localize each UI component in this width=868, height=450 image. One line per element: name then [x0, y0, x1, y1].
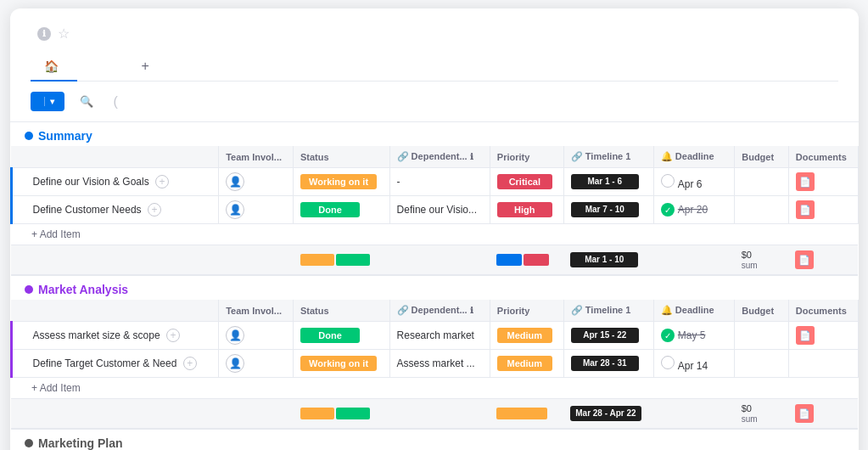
col-deadline[interactable]: 🔔 Deadline [653, 300, 734, 322]
timeline-cell[interactable]: Apr 15 - 22 [563, 322, 653, 350]
info-icon[interactable]: ℹ [37, 27, 51, 41]
dependency-cell[interactable]: Research market [389, 322, 490, 350]
documents-cell[interactable]: 📄 [788, 196, 858, 224]
table-row[interactable]: Define our Vision & Goals + 👤 Working on… [11, 168, 858, 196]
timeline-cell[interactable]: Mar 28 - 31 [563, 350, 653, 378]
add-item-cell[interactable]: + Add Item [11, 378, 858, 399]
person-icon: 👤 [226, 172, 244, 191]
sum-status-cell [294, 245, 390, 276]
deadline-cell[interactable]: Apr 6 [653, 168, 734, 196]
dependency-cell[interactable]: Assess market ... [389, 350, 490, 378]
add-item-row[interactable]: + Add Item [11, 378, 858, 399]
bar-segment [336, 408, 370, 419]
sum-team-cell [219, 399, 294, 430]
star-icon[interactable]: ☆ [58, 25, 70, 42]
dependency-cell[interactable]: - [389, 168, 490, 196]
deadline-cell[interactable]: Apr 14 [653, 350, 734, 378]
documents-cell[interactable] [788, 350, 858, 378]
status-cell[interactable]: Working on it [294, 168, 390, 196]
table-row[interactable]: Assess market size & scope + 👤 Done Rese… [11, 322, 858, 350]
col-documents[interactable]: Documents [788, 146, 858, 168]
dep-info-icon[interactable]: ℹ [470, 306, 473, 315]
status-cell[interactable]: Done [294, 196, 390, 224]
team-cell[interactable]: 👤 [219, 322, 294, 350]
doc-icon[interactable]: 📄 [795, 250, 814, 269]
add-row-icon[interactable]: + [155, 175, 169, 188]
row-name-cell: Define our Vision & Goals + [11, 168, 219, 196]
col-budget[interactable]: Budget [735, 146, 789, 168]
doc-icon[interactable]: 📄 [796, 200, 815, 219]
doc-icon[interactable]: 📄 [796, 172, 815, 191]
col-team[interactable]: Team Invol... [219, 300, 294, 322]
row-name-cell: Assess market size & scope + [11, 322, 219, 350]
team-cell[interactable]: 👤 [219, 350, 294, 378]
row-label: Assess market size & scope [33, 329, 160, 341]
col-priority[interactable]: Priority [490, 146, 563, 168]
col-team[interactable]: Team Invol... [219, 146, 294, 168]
team-cell[interactable]: 👤 [219, 196, 294, 224]
priority-badge: Medium [497, 356, 552, 371]
add-item-label[interactable]: + Add Item [31, 382, 81, 394]
tab-gantt[interactable] [77, 59, 104, 75]
group-label[interactable]: Marketing Plan [38, 436, 123, 450]
col-timeline[interactable]: 🔗 Timeline 1 [563, 300, 653, 322]
col-budget[interactable]: Budget [735, 300, 789, 322]
sum-priority-cell [490, 245, 563, 276]
bar-segment [496, 408, 547, 419]
dependency-text: Research market [397, 329, 474, 341]
search-icon: 🔍 [80, 95, 93, 108]
add-row-icon[interactable]: + [183, 357, 197, 370]
doc-icon[interactable]: 📄 [795, 404, 814, 423]
group-label[interactable]: Market Analysis [38, 283, 128, 296]
add-row-icon[interactable]: + [166, 329, 180, 342]
sum-status-cell [294, 399, 390, 430]
priority-cell[interactable]: High [490, 196, 563, 224]
table-row[interactable]: Define Customer Needs + 👤 Done Define ou… [11, 196, 858, 224]
check-icon: ✓ [661, 203, 675, 217]
toolbar: ▾ 🔍 ( [10, 82, 859, 122]
row-label: Define Customer Needs [33, 204, 142, 216]
new-item-button[interactable]: ▾ [31, 92, 64, 111]
priority-cell[interactable]: Critical [490, 168, 563, 196]
doc-icon[interactable]: 📄 [796, 326, 815, 345]
tab-main-table[interactable]: 🏠 [31, 53, 77, 82]
budget-cell [735, 350, 789, 378]
col-documents[interactable]: Documents [788, 300, 858, 322]
col-deadline[interactable]: 🔔 Deadline [653, 146, 734, 168]
add-item-cell[interactable]: + Add Item [11, 224, 858, 245]
table-row[interactable]: Define Target Customer & Need + 👤 Workin… [11, 350, 858, 378]
documents-cell[interactable]: 📄 [788, 322, 858, 350]
group-indicator [25, 439, 33, 447]
team-cell[interactable]: 👤 [219, 168, 294, 196]
priority-cell[interactable]: Medium [490, 350, 563, 378]
tab-files[interactable] [104, 59, 132, 75]
deadline-cell[interactable]: ✓May 5 [653, 322, 734, 350]
col-status[interactable]: Status [294, 146, 390, 168]
col-priority[interactable]: Priority [490, 300, 563, 322]
documents-cell[interactable]: 📄 [788, 168, 858, 196]
add-row-icon[interactable]: + [148, 203, 161, 217]
priority-cell[interactable]: Medium [490, 322, 563, 350]
add-item-label[interactable]: + Add Item [31, 228, 81, 240]
col-dependency[interactable]: 🔗 Dependent... ℹ [389, 300, 490, 322]
sum-label: sum [742, 261, 758, 270]
status-cell[interactable]: Working on it [294, 350, 390, 378]
status-badge: Working on it [300, 356, 377, 371]
group-indicator [25, 285, 33, 294]
add-tab-button[interactable]: + [132, 52, 160, 81]
col-timeline[interactable]: 🔗 Timeline 1 [563, 146, 653, 168]
group-label[interactable]: Summary [38, 129, 92, 143]
bar-segment [300, 408, 334, 419]
col-status[interactable]: Status [294, 300, 390, 322]
row-label: Define our Vision & Goals [33, 176, 149, 188]
col-dependency[interactable]: 🔗 Dependent... ℹ [389, 146, 490, 168]
add-item-row[interactable]: + Add Item [11, 224, 858, 245]
home-icon: 🏠 [44, 59, 59, 73]
timeline-cell[interactable]: Mar 7 - 10 [563, 196, 653, 224]
timeline-cell[interactable]: Mar 1 - 6 [563, 168, 653, 196]
dep-info-icon[interactable]: ℹ [470, 152, 473, 161]
search-button[interactable]: 🔍 [71, 90, 107, 113]
dependency-cell[interactable]: Define our Visio... [389, 196, 490, 224]
status-cell[interactable]: Done [294, 322, 390, 350]
deadline-cell[interactable]: ✓Apr 20 [653, 196, 734, 224]
